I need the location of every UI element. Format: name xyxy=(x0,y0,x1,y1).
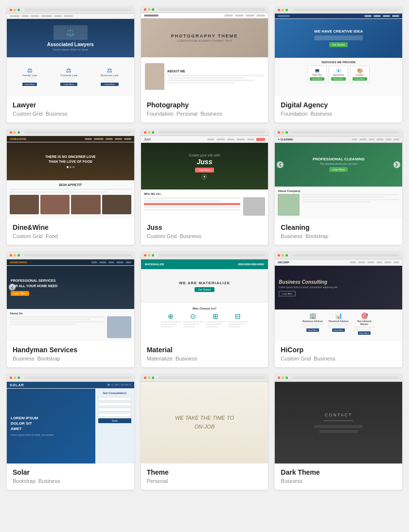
card-info-digital: Digital Agency Foundation Business xyxy=(275,96,402,122)
card-dinewine[interactable]: DINE&WINE THERE IS NO SINCERER LOVETHAN … xyxy=(7,129,134,245)
card-title-solar: Solar xyxy=(13,468,128,476)
card-tags-dinewine: Custom Grid Food xyxy=(13,233,128,239)
cleaning-arrow-right[interactable]: ❯ xyxy=(393,161,400,168)
preview-photography: PHOTOGRAPHY THEME LOREM IPSUM IS SIMPLY … xyxy=(141,7,268,96)
card-generic1[interactable]: WE TAKE THE TIME TOON-JOB Theme Personal xyxy=(141,374,268,490)
lawyer-section2: Criminal Law xyxy=(60,74,77,77)
tag-personal: Personal xyxy=(177,111,197,117)
card-title-juss: Juss xyxy=(147,223,263,231)
card-info-cleaning: Cleaning Business Bootstrap xyxy=(275,219,402,245)
tag-bootstrap: Bootstrap xyxy=(305,233,328,239)
tag-materialize: Materialize xyxy=(147,356,173,361)
card-title-generic2: Dark Theme xyxy=(281,468,396,476)
tag-business8: Business xyxy=(314,356,336,361)
card-tags-generic2: Business xyxy=(281,478,396,484)
tag-business: Business xyxy=(46,111,68,117)
tag-foundation: Foundation xyxy=(147,111,174,117)
card-info-dinewine: Dine&Wine Custom Grid Food xyxy=(7,219,134,245)
tag-business2: Business xyxy=(200,111,222,117)
card-tags-material: Materialize Business xyxy=(147,356,263,361)
preview-cleaning: ✦ CLEANING PROFESSIONAL CLEANING The cle… xyxy=(275,129,402,219)
card-title-generic1: Theme xyxy=(147,468,263,476)
tag-business7: Business xyxy=(176,356,197,361)
preview-generic1: WE TAKE THE TIME TOON-JOB xyxy=(141,374,268,463)
card-info-generic1: Theme Personal xyxy=(141,463,268,490)
card-hicorp[interactable]: HICORP Business Consulting Lorem ipsum d… xyxy=(275,252,402,367)
card-info-lawyer: Lawyer Custom Grid Business xyxy=(7,96,134,122)
card-tags-photography: Foundation Personal Business xyxy=(147,111,263,117)
card-title-digital: Digital Agency xyxy=(281,101,396,109)
card-tags-juss: Custom Grid Business xyxy=(147,233,263,239)
card-info-material: Material Materialize Business xyxy=(141,341,268,367)
card-title-material: Material xyxy=(147,346,263,354)
card-info-hicorp: HiCorp Custom Grid Business xyxy=(275,341,402,367)
preview-digital: WE HAVE CREATIVE IDEA Get Started SERVIC… xyxy=(275,7,402,96)
tag-bootstrap3: Bootstrap xyxy=(13,478,36,484)
tag-custom-grid: Custom Grid xyxy=(13,111,43,117)
preview-lawyer: ⚖️ Associated Lawyers Lorem ipsum dolor … xyxy=(7,7,134,96)
card-title-cleaning: Cleaning xyxy=(281,223,396,231)
card-tags-handyman: Business Bootstrap xyxy=(13,356,128,361)
card-juss[interactable]: Juss Create your site with Juss View Mor… xyxy=(141,129,268,245)
tag-foundation2: Foundation xyxy=(281,111,307,117)
card-tags-solar: Bootstrap Business xyxy=(13,478,128,484)
preview-handyman: HANDYMAN Professional ServicesFor All Yo… xyxy=(7,252,134,341)
card-material[interactable]: MATERIALIZE WE ARE MATERIALIZE Get Start… xyxy=(141,252,268,367)
lawyer-section1: Family Law xyxy=(22,74,37,77)
tag-business6: Business xyxy=(13,356,35,361)
card-title-lawyer: Lawyer xyxy=(13,101,128,109)
tag-business9: Business xyxy=(38,478,60,484)
preview-hicorp: HICORP Business Consulting Lorem ipsum d… xyxy=(275,252,402,341)
card-tags-cleaning: Business Bootstrap xyxy=(281,233,396,239)
preview-juss: Juss Create your site with Juss View Mor… xyxy=(141,129,268,219)
card-solar[interactable]: SOLAR ☎ +1 (347) 134 58 17 LOREM IPSUMDO… xyxy=(7,374,134,490)
card-title-handyman: Handyman Services xyxy=(13,346,128,354)
lawyer-hero-title: Associated Lawyers xyxy=(47,42,94,47)
preview-solar: SOLAR ☎ +1 (347) 134 58 17 LOREM IPSUMDO… xyxy=(7,374,134,463)
handyman-arrow-left[interactable]: ❮ xyxy=(9,284,16,291)
theme-grid: ⚖️ Associated Lawyers Lorem ipsum dolor … xyxy=(0,0,409,497)
card-lawyer[interactable]: ⚖️ Associated Lawyers Lorem ipsum dolor … xyxy=(7,7,134,122)
card-info-photography: Photography Foundation Personal Business xyxy=(141,96,268,122)
card-title-hicorp: HiCorp xyxy=(281,346,396,354)
preview-material: MATERIALIZE WE ARE MATERIALIZE Get Start… xyxy=(141,252,268,341)
tag-bootstrap2: Bootstrap xyxy=(37,356,60,361)
card-info-solar: Solar Bootstrap Business xyxy=(7,463,134,490)
tag-business4: Business xyxy=(179,233,201,239)
card-tags-digital: Foundation Business xyxy=(281,111,396,117)
card-title-dinewine: Dine&Wine xyxy=(13,223,128,231)
lawyer-hero-subtitle: Lorem ipsum dolor sit amet xyxy=(53,48,88,51)
card-photography[interactable]: PHOTOGRAPHY THEME LOREM IPSUM IS SIMPLY … xyxy=(141,7,268,122)
card-title-photography: Photography xyxy=(147,101,263,109)
lawyer-section3: Business Law xyxy=(101,74,119,77)
card-tags-hicorp: Custom Grid Business xyxy=(281,356,396,361)
card-info-juss: Juss Custom Grid Business xyxy=(141,219,268,245)
tag-custom-grid3: Custom Grid xyxy=(147,233,177,239)
preview-dinewine: DINE&WINE THERE IS NO SINCERER LOVETHAN … xyxy=(7,129,134,219)
card-handyman[interactable]: HANDYMAN Professional ServicesFor All Yo… xyxy=(7,252,134,367)
tag-business5: Business xyxy=(281,233,302,239)
tag-custom-grid4: Custom Grid xyxy=(281,356,311,361)
card-generic2[interactable]: CONTACT Dark Theme Business xyxy=(275,374,402,490)
card-info-handyman: Handyman Services Business Bootstrap xyxy=(7,341,134,367)
tag-personal2: Personal xyxy=(147,478,168,484)
preview-generic2: CONTACT xyxy=(275,374,402,463)
card-digital-agency[interactable]: WE HAVE CREATIVE IDEA Get Started SERVIC… xyxy=(275,7,402,122)
card-tags-generic1: Personal xyxy=(147,478,263,484)
tag-custom-grid2: Custom Grid xyxy=(13,233,43,239)
card-info-generic2: Dark Theme Business xyxy=(275,463,402,490)
card-tags-lawyer: Custom Grid Business xyxy=(13,111,128,117)
cleaning-arrow-left[interactable]: ❮ xyxy=(277,161,284,168)
tag-food: Food xyxy=(46,233,58,239)
tag-business10: Business xyxy=(281,478,302,484)
card-cleaning[interactable]: ✦ CLEANING PROFESSIONAL CLEANING The cle… xyxy=(275,129,402,245)
tag-business3: Business xyxy=(310,111,332,117)
